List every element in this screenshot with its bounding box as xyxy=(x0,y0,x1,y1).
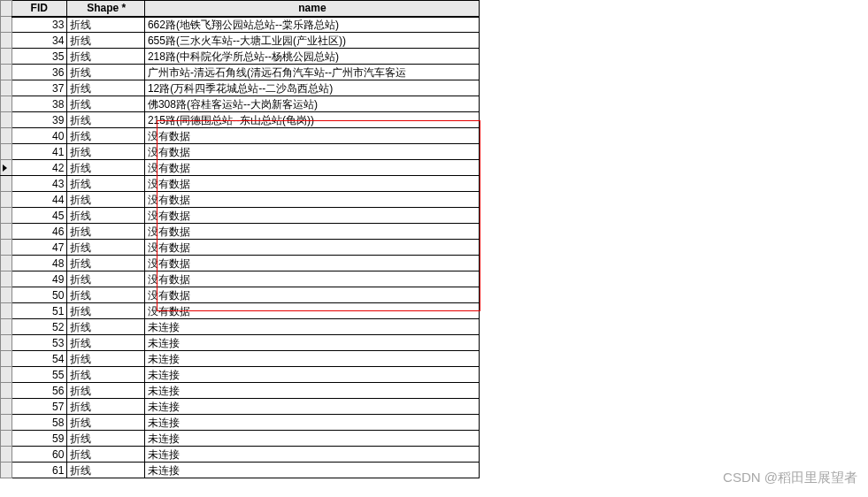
table-row[interactable]: 52折线未连接 xyxy=(1,319,480,335)
name-cell[interactable]: 没有数据 xyxy=(144,303,479,319)
shape-cell[interactable]: 折线 xyxy=(67,351,144,367)
row-selector[interactable] xyxy=(1,303,12,319)
table-row[interactable]: 35折线218路(中科院化学所总站--杨桃公园总站) xyxy=(1,49,480,65)
shape-cell[interactable]: 折线 xyxy=(67,224,144,240)
table-row[interactable]: 41折线没有数据 xyxy=(1,144,480,160)
row-selector[interactable] xyxy=(1,431,12,447)
row-selector[interactable] xyxy=(1,271,12,287)
row-selector[interactable] xyxy=(1,447,12,463)
table-row[interactable]: 36折线广州市站-清远石角线(清远石角汽车站--广州市汽车客运 xyxy=(1,65,480,80)
shape-cell[interactable]: 折线 xyxy=(67,240,144,256)
row-selector[interactable] xyxy=(1,33,12,49)
shape-cell[interactable]: 折线 xyxy=(67,303,144,319)
shape-cell[interactable]: 折线 xyxy=(67,128,144,144)
name-cell[interactable]: 没有数据 xyxy=(144,256,479,271)
shape-cell[interactable]: 折线 xyxy=(67,208,144,224)
table-row[interactable]: 37折线12路(万科四季花城总站--二沙岛西总站) xyxy=(1,80,480,96)
table-row[interactable]: 39折线215路(同德围总站--东山总站(龟岗)) xyxy=(1,112,480,128)
name-cell[interactable]: 215路(同德围总站--东山总站(龟岗)) xyxy=(144,112,479,128)
data-table[interactable]: FID Shape * name 33折线662路(地铁飞翔公园站总站--棠乐路… xyxy=(0,0,480,478)
shape-cell[interactable]: 折线 xyxy=(67,256,144,271)
fid-cell[interactable]: 37 xyxy=(12,80,67,96)
fid-cell[interactable]: 56 xyxy=(12,383,67,399)
table-row[interactable]: 33折线662路(地铁飞翔公园站总站--棠乐路总站) xyxy=(1,17,480,33)
name-cell[interactable]: 未连接 xyxy=(144,415,479,431)
row-selector[interactable] xyxy=(1,144,12,160)
shape-cell[interactable]: 折线 xyxy=(67,49,144,65)
fid-cell[interactable]: 45 xyxy=(12,208,67,224)
fid-cell[interactable]: 33 xyxy=(12,17,67,33)
table-row[interactable]: 38折线佛308路(容桂客运站--大岗新客运站) xyxy=(1,96,480,112)
table-row[interactable]: 55折线未连接 xyxy=(1,367,480,383)
row-selector[interactable] xyxy=(1,256,12,271)
table-row[interactable]: 57折线未连接 xyxy=(1,399,480,415)
row-selector[interactable] xyxy=(1,383,12,399)
shape-cell[interactable]: 折线 xyxy=(67,431,144,447)
table-row[interactable]: 56折线未连接 xyxy=(1,383,480,399)
shape-cell[interactable]: 折线 xyxy=(67,160,144,176)
fid-cell[interactable]: 44 xyxy=(12,192,67,208)
table-row[interactable]: 43折线没有数据 xyxy=(1,176,480,192)
shape-cell[interactable]: 折线 xyxy=(67,319,144,335)
row-selector[interactable] xyxy=(1,240,12,256)
table-row[interactable]: 61折线未连接 xyxy=(1,463,480,478)
row-selector[interactable] xyxy=(1,65,12,80)
fid-cell[interactable]: 40 xyxy=(12,128,67,144)
fid-cell[interactable]: 38 xyxy=(12,96,67,112)
name-cell[interactable]: 佛308路(容桂客运站--大岗新客运站) xyxy=(144,96,479,112)
shape-cell[interactable]: 折线 xyxy=(67,112,144,128)
name-header[interactable]: name xyxy=(144,1,479,17)
name-cell[interactable]: 未连接 xyxy=(144,383,479,399)
shape-cell[interactable]: 折线 xyxy=(67,33,144,49)
table-row[interactable]: 42折线没有数据 xyxy=(1,160,480,176)
name-cell[interactable]: 没有数据 xyxy=(144,271,479,287)
name-cell[interactable]: 没有数据 xyxy=(144,208,479,224)
name-cell[interactable]: 未连接 xyxy=(144,447,479,463)
name-cell[interactable]: 广州市站-清远石角线(清远石角汽车站--广州市汽车客运 xyxy=(144,65,479,80)
table-row[interactable]: 34折线655路(三水火车站--大塘工业园(产业社区)) xyxy=(1,33,480,49)
fid-cell[interactable]: 58 xyxy=(12,415,67,431)
shape-cell[interactable]: 折线 xyxy=(67,463,144,478)
fid-cell[interactable]: 55 xyxy=(12,367,67,383)
name-cell[interactable]: 未连接 xyxy=(144,351,479,367)
name-cell[interactable]: 12路(万科四季花城总站--二沙岛西总站) xyxy=(144,80,479,96)
row-selector[interactable] xyxy=(1,319,12,335)
name-cell[interactable]: 218路(中科院化学所总站--杨桃公园总站) xyxy=(144,49,479,65)
row-selector[interactable] xyxy=(1,112,12,128)
fid-cell[interactable]: 39 xyxy=(12,112,67,128)
table-row[interactable]: 58折线未连接 xyxy=(1,415,480,431)
shape-cell[interactable]: 折线 xyxy=(67,192,144,208)
shape-cell[interactable]: 折线 xyxy=(67,65,144,80)
row-selector[interactable] xyxy=(1,367,12,383)
shape-cell[interactable]: 折线 xyxy=(67,383,144,399)
fid-cell[interactable]: 54 xyxy=(12,351,67,367)
shape-cell[interactable]: 折线 xyxy=(67,271,144,287)
row-selector[interactable] xyxy=(1,335,12,351)
table-row[interactable]: 46折线没有数据 xyxy=(1,224,480,240)
row-selector[interactable] xyxy=(1,399,12,415)
table-row[interactable]: 40折线没有数据 xyxy=(1,128,480,144)
fid-cell[interactable]: 43 xyxy=(12,176,67,192)
fid-cell[interactable]: 61 xyxy=(12,463,67,478)
fid-cell[interactable]: 51 xyxy=(12,303,67,319)
fid-cell[interactable]: 59 xyxy=(12,431,67,447)
table-row[interactable]: 54折线未连接 xyxy=(1,351,480,367)
select-all-header[interactable] xyxy=(1,1,12,17)
name-cell[interactable]: 没有数据 xyxy=(144,287,479,303)
row-selector[interactable] xyxy=(1,287,12,303)
row-selector[interactable] xyxy=(1,128,12,144)
fid-cell[interactable]: 60 xyxy=(12,447,67,463)
name-cell[interactable]: 未连接 xyxy=(144,431,479,447)
table-row[interactable]: 47折线没有数据 xyxy=(1,240,480,256)
name-cell[interactable]: 没有数据 xyxy=(144,240,479,256)
table-row[interactable]: 50折线没有数据 xyxy=(1,287,480,303)
row-selector[interactable] xyxy=(1,80,12,96)
fid-cell[interactable]: 57 xyxy=(12,399,67,415)
fid-cell[interactable]: 41 xyxy=(12,144,67,160)
shape-cell[interactable]: 折线 xyxy=(67,367,144,383)
name-cell[interactable]: 未连接 xyxy=(144,367,479,383)
table-row[interactable]: 45折线没有数据 xyxy=(1,208,480,224)
row-selector[interactable] xyxy=(1,463,12,478)
fid-cell[interactable]: 48 xyxy=(12,256,67,271)
name-cell[interactable]: 未连接 xyxy=(144,319,479,335)
